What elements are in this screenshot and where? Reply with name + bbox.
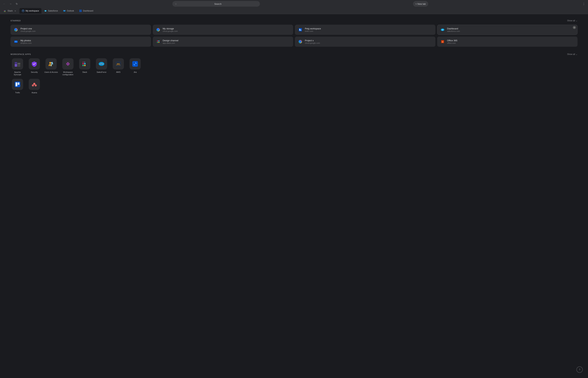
app-slack[interactable]: Slack <box>78 58 92 76</box>
svg-rect-55 <box>15 82 17 86</box>
slack-app-label: Slack <box>82 71 87 73</box>
dashboard-card-name: Dashboard <box>447 27 460 30</box>
app-salesforce[interactable]: cloud SalesForce <box>94 58 108 76</box>
design-channel-url: app.slack.com <box>163 42 178 44</box>
svg-rect-15 <box>299 29 300 31</box>
apps-title: WORKSPACE APPS <box>11 53 31 55</box>
help-button[interactable]: ? <box>576 366 583 373</box>
forward-button[interactable]: → <box>8 1 13 6</box>
star-icon: ☆ <box>175 3 177 5</box>
svg-text:aws: aws <box>117 63 120 65</box>
app-aws[interactable]: aws AWS <box>111 58 125 76</box>
apps-grid: ApacheSyncope Security <box>11 58 577 94</box>
jira-app-icon <box>130 58 141 69</box>
starred-card-design-channel[interactable]: Design channel app.slack.com <box>153 37 293 47</box>
salesforce-app-icon: cloud <box>96 58 107 69</box>
help-icon: ? <box>579 368 580 371</box>
starred-card-project-x[interactable]: Project x cloud.google.com <box>295 37 435 47</box>
starred-card-my-photos[interactable]: My photos dropbox.com <box>11 37 151 47</box>
starred-title: STARRED <box>11 20 21 22</box>
starred-card-peig-workspace[interactable]: Peig workspace trello.com <box>295 25 435 35</box>
my-storage-url: cloud.google.com <box>163 30 178 32</box>
my-photos-favicon <box>13 39 18 44</box>
starred-card-dashboard[interactable]: SF Dashboard salesforce.com ✕ <box>437 25 578 35</box>
project-one-favicon <box>13 27 18 32</box>
svg-rect-1 <box>5 10 5 11</box>
dashboard-card-close[interactable]: ✕ <box>573 26 576 29</box>
app-jira[interactable]: Jira <box>128 58 142 76</box>
svg-rect-42 <box>82 63 84 64</box>
my-storage-favicon <box>156 27 161 32</box>
apache-syncope-label: ApacheSyncope <box>14 71 21 76</box>
svg-rect-56 <box>18 82 19 85</box>
reload-button[interactable]: ↻ <box>14 1 19 6</box>
app-asana[interactable]: Asana <box>27 79 41 94</box>
my-storage-name: My storage <box>163 27 178 30</box>
tab-outlook[interactable]: Outlook <box>61 8 77 14</box>
aws-app-icon: aws <box>113 58 124 69</box>
starred-card-project-one[interactable]: Project one cloud.google.com <box>11 25 151 35</box>
svg-rect-14 <box>299 28 302 31</box>
svg-text:SF: SF <box>442 29 443 30</box>
app-trello[interactable]: Trello <box>11 79 25 94</box>
svg-rect-45 <box>84 65 86 66</box>
workspace-tab-label: My workspace <box>26 10 39 12</box>
svg-rect-31 <box>17 65 20 67</box>
my-storage-info: My storage cloud.google.com <box>163 27 178 32</box>
dashboard-card-favicon: SF <box>440 27 445 32</box>
starred-grid: Project one cloud.google.com My storage … <box>11 25 577 47</box>
aws-app-label: AWS <box>116 71 120 73</box>
svg-rect-54 <box>15 81 20 87</box>
new-tab-label: + New tab <box>415 3 426 5</box>
workspace-config-label: Workspaceconfiguration <box>63 71 74 76</box>
my-photos-name: My photos <box>20 39 32 42</box>
svg-point-20 <box>15 41 15 42</box>
search-input[interactable] <box>178 3 257 5</box>
tab-my-workspace[interactable]: My workspace <box>19 8 41 14</box>
browser-menu-button[interactable]: ⋮ <box>581 1 586 6</box>
project-one-name: Project one <box>20 27 36 30</box>
office-365-name: Office 365 <box>447 39 457 42</box>
back-button[interactable]: ← <box>2 1 7 6</box>
new-tab-button[interactable]: + New tab <box>413 1 428 7</box>
app-security[interactable]: Security <box>27 58 41 76</box>
dashboard-card-url: salesforce.com <box>447 30 460 32</box>
peig-workspace-name: Peig workspace <box>305 27 321 30</box>
svg-rect-30 <box>17 63 20 65</box>
svg-text:cloud: cloud <box>100 63 103 65</box>
slack-app-icon <box>79 58 90 69</box>
app-users-access[interactable]: Users & Access <box>44 58 58 76</box>
apache-syncope-icon <box>12 58 23 69</box>
dashboard-card-info: Dashboard salesforce.com <box>447 27 460 32</box>
svg-rect-10 <box>80 11 80 12</box>
starred-section-header: STARRED Show all ⌄ <box>11 19 577 22</box>
starred-card-office-365[interactable]: O Office 365 office.com <box>437 37 578 47</box>
slack-tab-close[interactable]: ✕ <box>14 9 17 12</box>
svg-text:O: O <box>442 41 443 43</box>
workspace-tab-favicon <box>22 10 24 12</box>
app-apache-syncope[interactable]: ApacheSyncope <box>11 58 25 76</box>
salesforce-tab-label: Salesforce <box>48 10 58 12</box>
apps-show-all-button[interactable]: Show all ⌄ <box>567 53 577 55</box>
tab-salesforce[interactable]: SF Salesforce <box>42 8 60 14</box>
security-label: Security <box>31 71 38 73</box>
dashboard-tab-label: Dashboard <box>83 10 93 12</box>
toolbar: ← → ↻ ☆ + New tab ⋮ <box>0 0 588 8</box>
project-x-url: cloud.google.com <box>305 42 320 44</box>
starred-show-all-button[interactable]: Show all ⌄ <box>567 19 577 22</box>
svg-rect-47 <box>84 62 85 63</box>
svg-point-4 <box>22 10 24 12</box>
jira-app-label: Jira <box>134 71 137 73</box>
slack-tab-label: Slack <box>8 10 13 12</box>
security-icon <box>29 58 40 69</box>
design-channel-favicon <box>156 39 161 44</box>
dashboard-tab-favicon <box>79 10 82 12</box>
app-workspace-config[interactable]: Workspaceconfiguration <box>61 58 75 76</box>
starred-card-my-storage[interactable]: My storage cloud.google.com <box>153 25 293 35</box>
tab-slack[interactable]: Slack ✕ <box>1 8 19 14</box>
tab-dashboard[interactable]: Dashboard <box>77 8 96 14</box>
svg-rect-21 <box>157 40 158 41</box>
svg-rect-8 <box>80 10 80 11</box>
salesforce-tab-favicon: SF <box>44 10 47 12</box>
trello-app-label: Trello <box>15 91 20 94</box>
